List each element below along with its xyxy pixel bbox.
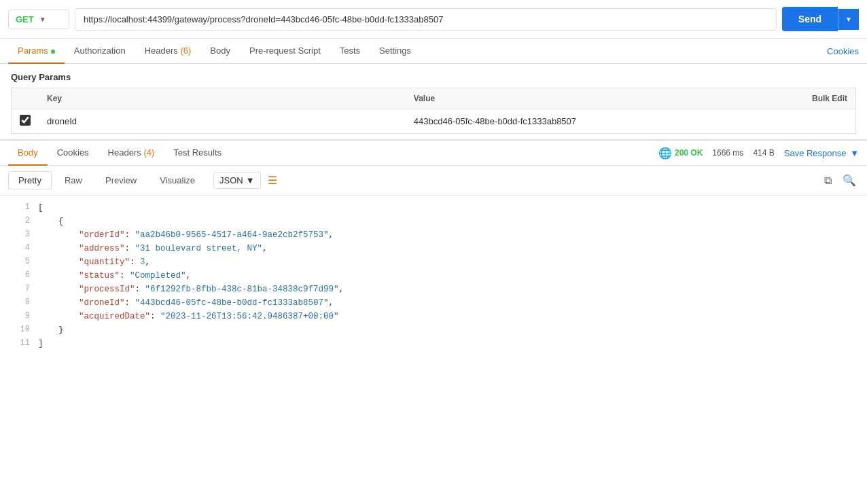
json-text: "acquiredDate": "2023-11-26T13:56:42.948… bbox=[38, 310, 339, 323]
bulk-edit-button[interactable]: Bulk Edit bbox=[812, 94, 847, 103]
json-line-8: 8 "droneId": "443bcd46-05fc-48be-b0dd-fc… bbox=[0, 296, 867, 310]
line-num: 7 bbox=[5, 283, 30, 296]
send-btn-group: Send ▼ bbox=[782, 7, 859, 31]
line-num: 10 bbox=[5, 323, 30, 337]
json-line-10: 10 } bbox=[0, 323, 867, 337]
line-num: 3 bbox=[5, 228, 30, 242]
json-format-select[interactable]: JSON ▼ bbox=[213, 172, 261, 189]
response-time: 1666 ms bbox=[712, 148, 743, 158]
json-line-3: 3 "orderId": "aa2b46b0-9565-4517-a464-9a… bbox=[0, 228, 867, 242]
th-key: Key bbox=[39, 88, 406, 109]
th-value: Value bbox=[406, 88, 773, 109]
line-num: 9 bbox=[5, 310, 30, 323]
format-bar: Pretty Raw Preview Visualize JSON ▼ ☰ ⧉ … bbox=[0, 166, 867, 196]
resp-tab-body[interactable]: Body bbox=[8, 141, 48, 166]
save-response-button[interactable]: Save Response ▼ bbox=[784, 148, 859, 158]
th-bulk: Bulk Edit bbox=[773, 88, 855, 109]
line-num: 5 bbox=[5, 255, 30, 269]
params-dot bbox=[51, 50, 55, 54]
line-num: 6 bbox=[5, 269, 30, 283]
json-line-9: 9 "acquiredDate": "2023-11-26T13:56:42.9… bbox=[0, 310, 867, 323]
line-num: 2 bbox=[5, 215, 30, 228]
th-check bbox=[12, 88, 39, 109]
status-code: 200 OK bbox=[675, 148, 703, 158]
top-bar: GET ▼ Send ▼ bbox=[0, 0, 867, 39]
tab-settings[interactable]: Settings bbox=[370, 39, 421, 64]
params-table: Key Value Bulk Edit droneId 443bcd46-05f… bbox=[11, 88, 856, 134]
line-num: 8 bbox=[5, 296, 30, 310]
json-line-7: 7 "processId": "6f1292fb-8fbb-438c-81ba-… bbox=[0, 283, 867, 296]
response-tabs-bar: Body Cookies Headers (4) Test Results 🌐 … bbox=[0, 141, 867, 166]
line-num: 11 bbox=[5, 337, 30, 350]
json-bracket: [ bbox=[38, 201, 43, 215]
json-line-11: 11 ] bbox=[0, 337, 867, 350]
fmt-tab-visualize[interactable]: Visualize bbox=[149, 171, 205, 190]
method-chevron-icon: ▼ bbox=[39, 16, 46, 23]
json-text: "processId": "6f1292fb-8fbb-438c-81ba-34… bbox=[38, 283, 344, 296]
copy-button[interactable]: ⧉ bbox=[821, 172, 834, 190]
json-line-4: 4 "address": "31 boulevard street, NY", bbox=[0, 242, 867, 255]
resp-tab-cookies[interactable]: Cookies bbox=[48, 141, 99, 166]
json-text: } bbox=[38, 323, 64, 337]
line-num: 4 bbox=[5, 242, 30, 255]
method-select[interactable]: GET ▼ bbox=[8, 10, 69, 29]
response-section: Body Cookies Headers (4) Test Results 🌐 … bbox=[0, 139, 867, 406]
cookies-link[interactable]: Cookies bbox=[827, 39, 859, 63]
json-text: { bbox=[38, 215, 64, 228]
json-text: "quantity": 3, bbox=[38, 255, 150, 269]
tab-body[interactable]: Body bbox=[200, 39, 240, 64]
table-row: droneId 443bcd46-05fc-48be-b0dd-fc1333ab… bbox=[12, 109, 856, 134]
json-text: "droneId": "443bcd46-05fc-48be-b0dd-fc13… bbox=[38, 296, 334, 310]
query-params-section: Query Params Key Value Bulk Edit droneId… bbox=[0, 64, 867, 134]
resp-tab-test-results[interactable]: Test Results bbox=[164, 141, 231, 166]
json-content: 1 [ 2 { 3 "orderId": "aa2b46b0-9565-4517… bbox=[0, 196, 867, 406]
status-ok: 🌐 200 OK bbox=[658, 147, 703, 160]
url-input[interactable] bbox=[75, 8, 777, 31]
method-label: GET bbox=[16, 14, 34, 24]
globe-icon: 🌐 bbox=[658, 147, 672, 160]
tab-params[interactable]: Params bbox=[8, 39, 65, 64]
json-line-1: 1 [ bbox=[0, 201, 867, 215]
json-text: ] bbox=[38, 337, 43, 350]
param-checkbox[interactable] bbox=[20, 115, 31, 126]
send-button[interactable]: Send bbox=[782, 7, 838, 31]
json-line-5: 5 "quantity": 3, bbox=[0, 255, 867, 269]
param-key[interactable]: droneId bbox=[39, 109, 406, 134]
fmt-tab-preview[interactable]: Preview bbox=[95, 171, 147, 190]
json-text: "status": "Completed", bbox=[38, 269, 191, 283]
json-select-chevron: ▼ bbox=[246, 175, 255, 185]
send-dropdown-button[interactable]: ▼ bbox=[838, 9, 859, 30]
wrap-lines-icon[interactable]: ☰ bbox=[268, 174, 277, 187]
response-meta: 🌐 200 OK 1666 ms 414 B Save Response ▼ bbox=[658, 147, 859, 160]
fmt-tab-pretty[interactable]: Pretty bbox=[8, 171, 52, 190]
json-line-6: 6 "status": "Completed", bbox=[0, 269, 867, 283]
line-num: 1 bbox=[5, 201, 30, 215]
search-button[interactable]: 🔍 bbox=[840, 171, 859, 190]
fmt-tab-raw[interactable]: Raw bbox=[54, 171, 92, 190]
request-tabs: Params Authorization Headers (6) Body Pr… bbox=[0, 39, 867, 64]
resp-tab-headers[interactable]: Headers (4) bbox=[99, 141, 164, 166]
json-text: "address": "31 boulevard street, NY", bbox=[38, 242, 268, 255]
tab-authorization[interactable]: Authorization bbox=[65, 39, 135, 64]
tab-prerequest[interactable]: Pre-request Script bbox=[240, 39, 330, 64]
param-value[interactable]: 443bcd46-05fc-48be-b0dd-fc1333ab8507 bbox=[406, 109, 773, 134]
json-text: "orderId": "aa2b46b0-9565-4517-a464-9ae2… bbox=[38, 228, 334, 242]
param-action bbox=[773, 109, 855, 134]
tab-tests[interactable]: Tests bbox=[330, 39, 370, 64]
query-params-title: Query Params bbox=[11, 72, 856, 82]
response-size: 414 B bbox=[753, 148, 774, 158]
param-checkbox-cell bbox=[12, 109, 39, 134]
json-line-2: 2 { bbox=[0, 215, 867, 228]
tab-headers[interactable]: Headers (6) bbox=[135, 39, 201, 64]
